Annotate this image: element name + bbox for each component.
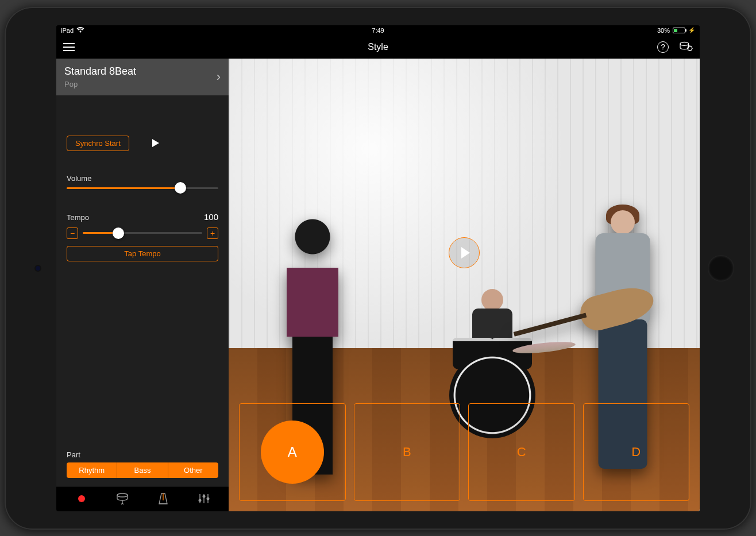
pad-d[interactable]: D xyxy=(583,403,690,501)
chevron-right-icon: › xyxy=(217,70,221,84)
variation-pads: A B C D xyxy=(239,403,689,501)
menu-button[interactable] xyxy=(63,43,75,51)
part-segmented-control: Rhythm Bass Other xyxy=(67,462,218,478)
wifi-icon xyxy=(76,27,84,34)
svg-point-2 xyxy=(117,493,128,497)
style-name: Standard 8Beat xyxy=(64,65,136,78)
tempo-value: 100 xyxy=(204,212,218,222)
nav-title: Style xyxy=(368,42,388,52)
svg-point-5 xyxy=(207,498,209,500)
play-icon xyxy=(461,247,470,259)
tempo-slider[interactable] xyxy=(83,232,202,234)
status-bar: iPad 7:49 30% ⚡ xyxy=(56,25,700,36)
part-label: Part xyxy=(67,450,218,459)
tempo-label: Tempo xyxy=(67,213,89,222)
svg-point-3 xyxy=(199,499,201,502)
part-other-button[interactable]: Other xyxy=(168,462,218,478)
nav-bar: Style ? xyxy=(56,36,700,59)
style-selector[interactable]: Standard 8Beat Pop › xyxy=(56,59,229,95)
battery-icon xyxy=(673,28,685,33)
part-rhythm-button[interactable]: Rhythm xyxy=(67,462,117,478)
stage-view: A B C D xyxy=(229,59,700,511)
pad-a[interactable]: A xyxy=(239,403,346,501)
status-right: 30% ⚡ xyxy=(657,27,695,34)
ipad-camera xyxy=(36,266,40,271)
metronome-button[interactable] xyxy=(152,492,175,505)
sidebar: Standard 8Beat Pop › Synchro Start Volum… xyxy=(56,59,229,511)
tempo-decrement-button[interactable]: − xyxy=(67,227,78,239)
tap-tempo-button[interactable]: Tap Tempo xyxy=(67,246,218,261)
part-bass-button[interactable]: Bass xyxy=(117,462,168,478)
play-button[interactable] xyxy=(152,139,159,147)
svg-point-0 xyxy=(680,42,689,45)
charging-icon: ⚡ xyxy=(688,27,695,33)
pad-a-active-indicator: A xyxy=(261,421,324,484)
mixer-button[interactable] xyxy=(192,492,215,505)
svg-point-4 xyxy=(203,495,205,498)
style-category: Pop xyxy=(64,80,136,88)
device-label: iPad xyxy=(61,27,74,34)
stage-play-button[interactable] xyxy=(449,237,480,268)
battery-percent: 30% xyxy=(657,27,670,34)
status-time: 7:49 xyxy=(372,27,384,34)
synchro-start-button[interactable]: Synchro Start xyxy=(67,136,129,151)
library-button[interactable] xyxy=(111,492,134,505)
bottom-toolbar xyxy=(56,486,229,511)
tempo-increment-button[interactable]: + xyxy=(207,227,218,239)
pad-c[interactable]: C xyxy=(468,403,575,501)
status-left: iPad xyxy=(61,27,84,34)
ipad-frame: iPad 7:49 30% ⚡ Style ? xyxy=(5,7,751,530)
help-button[interactable]: ? xyxy=(657,41,669,53)
drum-settings-button[interactable] xyxy=(679,40,693,54)
screen: iPad 7:49 30% ⚡ Style ? xyxy=(56,25,700,511)
volume-slider[interactable] xyxy=(67,187,218,189)
pad-b[interactable]: B xyxy=(354,403,461,501)
content-area: Standard 8Beat Pop › Synchro Start Volum… xyxy=(56,59,700,511)
record-button[interactable] xyxy=(70,495,93,502)
volume-label: Volume xyxy=(67,174,218,183)
home-button[interactable] xyxy=(708,255,734,282)
